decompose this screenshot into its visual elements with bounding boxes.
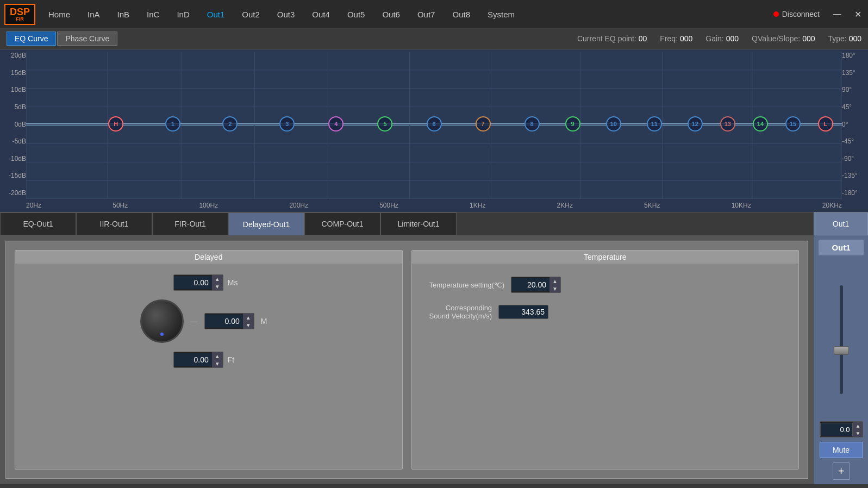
nav-home[interactable]: Home xyxy=(40,0,79,28)
ms-spin-up[interactable]: ▲ xyxy=(212,275,223,283)
temp-setting-row: Temperature setting(℃) ▲ ▼ xyxy=(429,277,561,293)
temp-setting-label: Temperature setting(℃) xyxy=(429,281,505,289)
velocity-label: CorrespondingSound Velocity(m/s) xyxy=(429,304,492,320)
out1-panel-label: Out1 xyxy=(833,220,849,228)
eq-point-4[interactable]: 4 xyxy=(328,116,344,132)
nav-out7[interactable]: Out7 xyxy=(409,0,444,28)
eq-point-1[interactable]: 1 xyxy=(165,116,180,132)
eq-point-15[interactable]: 15 xyxy=(785,116,801,132)
top-nav: DSP FIR Home InA InB InC InD Out1 Out2 O… xyxy=(0,0,868,28)
nav-inA[interactable]: InA xyxy=(79,0,109,28)
ms-unit-label: Ms xyxy=(228,278,244,287)
ms-spin-down[interactable]: ▼ xyxy=(212,283,223,290)
eq-point-H[interactable]: H xyxy=(108,116,123,132)
tab-fir-out1[interactable]: FIR-Out1 xyxy=(152,212,228,235)
delayed-section-title: Delayed xyxy=(15,251,402,264)
tab-delayed-out1[interactable]: Delayed-Out1 xyxy=(228,212,304,235)
eq-qvalue-label: QValue/Slope: 000 xyxy=(752,34,815,43)
eq-point-10[interactable]: 10 xyxy=(606,116,621,132)
ft-input[interactable] xyxy=(174,353,212,366)
eq-freq-label: Freq: 000 xyxy=(660,34,692,43)
mute-button[interactable]: Mute xyxy=(820,442,863,458)
db-value-input[interactable] xyxy=(820,423,853,436)
ms-row: ▲ ▼ Ms xyxy=(173,274,244,291)
m-input-wrap: ▲ ▼ xyxy=(204,313,254,329)
nav-out1[interactable]: Out1 xyxy=(198,0,234,28)
right-panel: Out1 ▲ ▼ Mute + xyxy=(814,235,868,484)
tab-phase-curve[interactable]: Phase Curve xyxy=(57,32,117,46)
disconnect-label: Disconnect xyxy=(782,10,820,18)
nav-out5[interactable]: Out5 xyxy=(339,0,374,28)
tab-comp-out1[interactable]: COMP-Out1 xyxy=(304,212,380,235)
tab-eq-curve[interactable]: EQ Curve xyxy=(7,32,56,46)
velocity-input-wrap xyxy=(498,305,548,319)
nav-out3[interactable]: Out3 xyxy=(268,0,304,28)
eq-gain-label: Gain: 000 xyxy=(705,34,739,43)
nav-out8[interactable]: Out8 xyxy=(444,0,479,28)
chart-inner[interactable]: H123456789101112131415L xyxy=(26,52,842,199)
m-spin-up[interactable]: ▲ xyxy=(243,314,254,321)
minimize-button[interactable]: — xyxy=(826,0,848,28)
tab-iir-out1[interactable]: IIR-Out1 xyxy=(76,212,152,235)
eq-point-8[interactable]: 8 xyxy=(524,116,540,132)
ft-spin-down[interactable]: ▼ xyxy=(212,360,223,367)
eq-qvalue-value: 000 xyxy=(802,34,815,43)
eq-chart[interactable]: 20dB 15dB 10dB 5dB 0dB -5dB -10dB -15dB … xyxy=(0,49,868,212)
out1-panel[interactable]: Out1 xyxy=(814,212,868,235)
temp-input-wrap: ▲ ▼ xyxy=(511,277,561,293)
nav-inC[interactable]: InC xyxy=(138,0,168,28)
add-button[interactable]: + xyxy=(833,462,850,480)
delay-controls: ▲ ▼ Ms — ▲ ▼ xyxy=(22,274,396,368)
temp-input[interactable] xyxy=(511,278,549,291)
m-spin-down[interactable]: ▼ xyxy=(243,321,254,329)
eq-type-label: Type: 000 xyxy=(828,34,862,43)
eq-point-11[interactable]: 11 xyxy=(647,116,662,132)
eq-point-9[interactable]: 9 xyxy=(565,116,580,132)
eq-point-6[interactable]: 6 xyxy=(427,116,442,132)
temperature-section: Temperature Temperature setting(℃) ▲ ▼ C… xyxy=(411,250,800,470)
ms-input[interactable] xyxy=(174,276,212,289)
eq-point-13[interactable]: 13 xyxy=(720,116,735,132)
tab-eq-out1[interactable]: EQ-Out1 xyxy=(0,212,76,235)
db-spin-up[interactable]: ▲ xyxy=(853,422,863,429)
ft-input-wrap: ▲ ▼ xyxy=(173,352,223,368)
logo: DSP FIR xyxy=(4,4,35,25)
tab-limiter-out1[interactable]: Limiter-Out1 xyxy=(380,212,457,235)
temp-controls: Temperature setting(℃) ▲ ▼ Corresponding… xyxy=(419,277,792,320)
nav-out2[interactable]: Out2 xyxy=(233,0,268,28)
y-axis-labels: 20dB 15dB 10dB 5dB 0dB -5dB -10dB -15dB … xyxy=(0,49,26,199)
disconnect-button[interactable]: Disconnect xyxy=(767,0,826,28)
nav-out6[interactable]: Out6 xyxy=(373,0,409,28)
nav-system[interactable]: System xyxy=(479,0,523,28)
delay-knob[interactable] xyxy=(140,299,184,343)
ft-row: ▲ ▼ Ft xyxy=(173,352,244,368)
m-input[interactable] xyxy=(205,315,243,328)
nav-inD[interactable]: InD xyxy=(168,0,198,28)
nav-out4[interactable]: Out4 xyxy=(303,0,339,28)
right-panel-title: Out1 xyxy=(819,240,864,255)
eq-point-5[interactable]: 5 xyxy=(377,116,392,132)
eq-point-L[interactable]: L xyxy=(818,116,833,132)
close-button[interactable]: ✕ xyxy=(848,0,868,28)
velocity-row: CorrespondingSound Velocity(m/s) xyxy=(429,304,549,320)
delay-panel: Delayed ▲ ▼ Ms — xyxy=(5,241,808,479)
fader-track xyxy=(840,285,843,394)
eq-point-7[interactable]: 7 xyxy=(476,116,491,132)
eq-point-3[interactable]: 3 xyxy=(279,116,295,132)
db-spin-down[interactable]: ▼ xyxy=(853,429,863,437)
nav-inB[interactable]: InB xyxy=(109,0,139,28)
x-axis-labels: 20Hz 50Hz 100Hz 200Hz 500Hz 1KHz 2KHz 5K… xyxy=(26,199,842,212)
ft-spin-up[interactable]: ▲ xyxy=(212,352,223,360)
db-input-wrap: ▲ ▼ xyxy=(820,421,863,437)
temp-spinners: ▲ ▼ xyxy=(549,277,560,292)
temp-spin-up[interactable]: ▲ xyxy=(549,277,560,285)
eq-point-12[interactable]: 12 xyxy=(688,116,703,132)
temperature-section-title: Temperature xyxy=(412,251,799,264)
fader-handle[interactable] xyxy=(834,346,849,355)
eq-point-2[interactable]: 2 xyxy=(222,116,238,132)
knob-dash: — xyxy=(190,317,198,326)
eq-point-14[interactable]: 14 xyxy=(753,116,768,132)
ft-spinners: ▲ ▼ xyxy=(212,352,223,367)
velocity-input[interactable] xyxy=(499,305,548,318)
temp-spin-down[interactable]: ▼ xyxy=(549,285,560,292)
